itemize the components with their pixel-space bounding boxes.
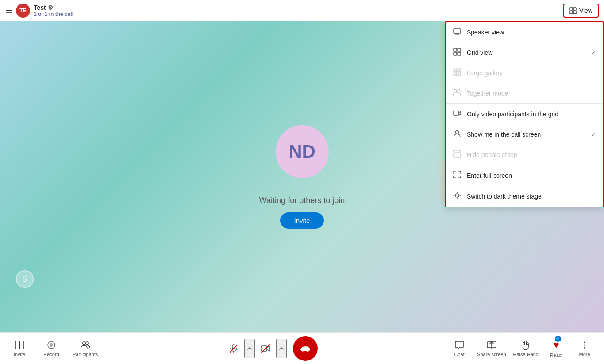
video-participants-icon xyxy=(453,109,462,119)
svg-rect-17 xyxy=(456,74,458,76)
participant-count: 1 of 1 in the call xyxy=(34,11,73,17)
together-mode-icon xyxy=(453,88,462,98)
waiting-text: Waiting for others to join xyxy=(259,196,345,205)
svg-rect-5 xyxy=(455,34,459,34)
hide-people-label: Hide people at top xyxy=(467,151,596,158)
large-gallery-icon xyxy=(453,68,462,78)
grid-view-check: ✓ xyxy=(591,49,596,56)
video-options-section: Only video participants in the grid Show… xyxy=(446,104,603,165)
camera-button[interactable] xyxy=(256,339,275,358)
share-screen-toolbar-btn[interactable]: Share screen xyxy=(477,340,506,357)
hangup-button[interactable] xyxy=(293,336,318,361)
invite-icon xyxy=(15,340,24,350)
svg-rect-15 xyxy=(459,71,461,73)
record-toolbar-btn[interactable]: Record xyxy=(41,340,62,357)
speaker-view-label: Speaker view xyxy=(467,29,596,36)
raise-hand-toolbar-btn[interactable]: Raise Hand xyxy=(513,340,539,357)
show-me-icon xyxy=(453,130,462,139)
svg-point-23 xyxy=(456,131,459,134)
svg-rect-24 xyxy=(454,150,461,152)
speaker-view-item[interactable]: Speaker view xyxy=(446,22,603,42)
only-video-participants-label: Only video participants in the grid xyxy=(467,111,596,118)
more-icon xyxy=(580,340,589,350)
chevron-up-icon xyxy=(247,346,252,351)
svg-rect-13 xyxy=(454,71,455,73)
camera-chevron[interactable] xyxy=(276,339,287,358)
svg-rect-25 xyxy=(454,153,461,157)
grid-view-item[interactable]: Grid view ✓ xyxy=(446,42,603,63)
header-left: ☰ TE Test ⚙ 1 of 1 in the call xyxy=(5,4,73,18)
mic-chevron[interactable] xyxy=(244,339,255,358)
svg-point-19 xyxy=(454,89,457,92)
mic-button[interactable] xyxy=(224,339,243,358)
svg-rect-6 xyxy=(454,48,457,51)
view-button[interactable]: View xyxy=(563,4,599,18)
toolbar-right: Chat Share screen Raise Hand ♥ ✏ xyxy=(449,339,595,358)
record-btn-label: Record xyxy=(43,352,59,357)
svg-point-35 xyxy=(86,342,88,345)
svg-rect-12 xyxy=(459,69,461,70)
dark-theme-icon xyxy=(453,192,462,201)
react-btn-label: React xyxy=(550,353,563,358)
grid-view-icon xyxy=(569,7,577,14)
chat-icon xyxy=(454,340,464,350)
show-me-check: ✓ xyxy=(591,131,596,138)
chat-toolbar-btn[interactable]: Chat xyxy=(449,340,470,357)
share-screen-btn-label: Share screen xyxy=(477,352,506,357)
together-mode-label: Together mode xyxy=(467,90,596,97)
svg-point-47 xyxy=(584,347,585,348)
react-toolbar-btn[interactable]: ♥ ✏ React xyxy=(546,339,567,358)
large-gallery-label: Large gallery xyxy=(467,69,596,77)
large-gallery-item: Large gallery xyxy=(446,63,603,83)
more-btn-label: More xyxy=(579,352,590,357)
svg-rect-1 xyxy=(573,8,576,10)
svg-rect-4 xyxy=(454,29,461,33)
hangup-icon xyxy=(300,343,311,354)
main-area: S ND Waiting for others to join Invite S… xyxy=(0,21,604,332)
avatar: TE xyxy=(16,4,30,18)
fullscreen-label: Enter full-screen xyxy=(467,172,596,179)
chat-btn-label: Chat xyxy=(454,352,464,357)
participants-toolbar-btn[interactable]: Participants xyxy=(73,340,98,357)
svg-rect-0 xyxy=(570,8,573,10)
watermark-badge: S xyxy=(16,270,34,288)
speaker-view-icon xyxy=(453,27,462,37)
together-mode-item: Together mode xyxy=(446,83,603,103)
chevron-up-icon2 xyxy=(279,346,284,351)
only-video-participants-item[interactable]: Only video participants in the grid xyxy=(446,104,603,124)
fullscreen-section: Enter full-screen xyxy=(446,165,603,186)
dark-theme-label: Switch to dark theme stage xyxy=(467,193,596,200)
grid-view-icon xyxy=(453,48,462,57)
svg-rect-21 xyxy=(454,93,461,96)
raise-hand-icon xyxy=(521,340,531,350)
settings-icon[interactable]: ⚙ xyxy=(48,4,54,11)
media-controls xyxy=(224,336,323,361)
more-toolbar-btn[interactable]: More xyxy=(574,340,595,357)
dark-theme-item[interactable]: Switch to dark theme stage xyxy=(446,186,603,207)
mic-icon xyxy=(229,344,239,353)
svg-rect-18 xyxy=(459,74,461,76)
toolbar-left: Invite Record Participants xyxy=(9,340,98,357)
svg-rect-3 xyxy=(573,11,576,14)
header-title: Test ⚙ 1 of 1 in the call xyxy=(34,4,73,17)
svg-point-26 xyxy=(455,194,459,197)
svg-rect-7 xyxy=(458,48,461,51)
hide-people-icon xyxy=(453,150,462,160)
header: ☰ TE Test ⚙ 1 of 1 in the call View xyxy=(0,0,604,21)
show-me-in-call-label: Show me in the call screen xyxy=(467,131,585,138)
svg-rect-9 xyxy=(458,52,461,55)
toolbar: Invite Record Participants xyxy=(0,332,604,364)
invite-toolbar-btn[interactable]: Invite xyxy=(9,340,30,357)
record-icon xyxy=(46,340,56,350)
svg-point-20 xyxy=(458,89,460,92)
svg-point-34 xyxy=(83,342,85,345)
react-pencil-badge: ✏ xyxy=(555,336,561,342)
invite-button[interactable]: Invite xyxy=(280,212,324,229)
theme-section: Switch to dark theme stage xyxy=(446,186,603,207)
participants-btn-label: Participants xyxy=(73,352,98,357)
fullscreen-item[interactable]: Enter full-screen xyxy=(446,165,603,186)
show-me-in-call-item[interactable]: Show me in the call screen ✓ xyxy=(446,124,603,145)
svg-point-45 xyxy=(584,341,585,343)
hamburger-icon[interactable]: ☰ xyxy=(5,6,12,15)
svg-rect-2 xyxy=(570,11,573,14)
